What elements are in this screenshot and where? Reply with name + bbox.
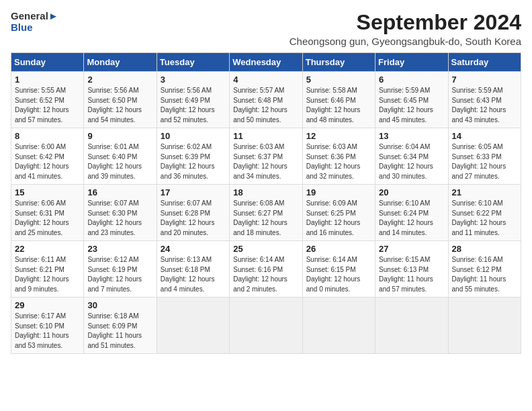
weekday-header-sunday: Sunday (11, 53, 84, 72)
day-number: 12 (306, 131, 371, 141)
calendar-day-8: 8Sunrise: 6:00 AM Sunset: 6:42 PM Daylig… (11, 128, 84, 185)
day-number: 14 (452, 131, 517, 141)
calendar-day-27: 27Sunrise: 6:15 AM Sunset: 6:13 PM Dayli… (375, 241, 448, 298)
day-info: Sunrise: 6:07 AM Sunset: 6:28 PM Dayligh… (161, 199, 226, 238)
day-number: 9 (87, 131, 152, 141)
calendar-day-2: 2Sunrise: 5:56 AM Sunset: 6:50 PM Daylig… (84, 72, 157, 128)
month-title: September 2024 (290, 11, 521, 34)
calendar-day-3: 3Sunrise: 5:56 AM Sunset: 6:49 PM Daylig… (157, 72, 229, 128)
day-info: Sunrise: 6:08 AM Sunset: 6:27 PM Dayligh… (233, 199, 298, 238)
calendar-day-9: 9Sunrise: 6:01 AM Sunset: 6:40 PM Daylig… (84, 128, 157, 185)
day-number: 13 (379, 131, 444, 141)
calendar-day-25: 25Sunrise: 6:14 AM Sunset: 6:16 PM Dayli… (230, 241, 302, 298)
day-number: 17 (161, 187, 226, 197)
day-number: 6 (379, 75, 444, 85)
day-number: 2 (87, 75, 152, 85)
calendar-day-14: 14Sunrise: 6:05 AM Sunset: 6:33 PM Dayli… (448, 128, 521, 185)
day-info: Sunrise: 5:56 AM Sunset: 6:49 PM Dayligh… (161, 86, 226, 125)
calendar-day-26: 26Sunrise: 6:14 AM Sunset: 6:15 PM Dayli… (302, 241, 375, 298)
weekday-header-monday: Monday (84, 53, 157, 72)
day-number: 1 (15, 75, 80, 85)
day-number: 23 (87, 244, 152, 254)
calendar-day-11: 11Sunrise: 6:03 AM Sunset: 6:37 PM Dayli… (230, 128, 302, 185)
logo: General► Blue (11, 11, 58, 33)
calendar-day-21: 21Sunrise: 6:10 AM Sunset: 6:22 PM Dayli… (448, 185, 521, 241)
day-number: 11 (233, 131, 298, 141)
weekday-header-tuesday: Tuesday (157, 53, 229, 72)
empty-cell (230, 298, 302, 354)
empty-cell (375, 298, 448, 354)
day-info: Sunrise: 6:05 AM Sunset: 6:33 PM Dayligh… (452, 142, 517, 181)
calendar-day-18: 18Sunrise: 6:08 AM Sunset: 6:27 PM Dayli… (230, 185, 302, 241)
day-info: Sunrise: 6:03 AM Sunset: 6:36 PM Dayligh… (306, 142, 371, 181)
day-number: 5 (306, 75, 371, 85)
calendar-day-22: 22Sunrise: 6:11 AM Sunset: 6:21 PM Dayli… (11, 241, 84, 298)
calendar-day-19: 19Sunrise: 6:09 AM Sunset: 6:25 PM Dayli… (302, 185, 375, 241)
calendar-day-13: 13Sunrise: 6:04 AM Sunset: 6:34 PM Dayli… (375, 128, 448, 185)
day-number: 20 (379, 187, 444, 197)
calendar-day-17: 17Sunrise: 6:07 AM Sunset: 6:28 PM Dayli… (157, 185, 229, 241)
location-title: Cheongsong gun, Gyeongsangbuk-do, South … (290, 36, 521, 47)
weekday-header-thursday: Thursday (302, 53, 375, 72)
day-number: 26 (306, 244, 371, 254)
day-info: Sunrise: 6:01 AM Sunset: 6:40 PM Dayligh… (87, 142, 152, 181)
day-info: Sunrise: 6:06 AM Sunset: 6:31 PM Dayligh… (15, 199, 80, 238)
calendar-day-24: 24Sunrise: 6:13 AM Sunset: 6:18 PM Dayli… (157, 241, 229, 298)
day-info: Sunrise: 6:17 AM Sunset: 6:10 PM Dayligh… (15, 312, 80, 351)
empty-cell (448, 298, 521, 354)
day-number: 29 (15, 300, 80, 310)
calendar-day-16: 16Sunrise: 6:07 AM Sunset: 6:30 PM Dayli… (84, 185, 157, 241)
day-number: 8 (15, 131, 80, 141)
day-number: 7 (452, 75, 517, 85)
day-info: Sunrise: 6:09 AM Sunset: 6:25 PM Dayligh… (306, 199, 371, 238)
day-number: 15 (15, 187, 80, 197)
day-info: Sunrise: 6:10 AM Sunset: 6:22 PM Dayligh… (452, 199, 517, 238)
day-info: Sunrise: 5:59 AM Sunset: 6:45 PM Dayligh… (379, 86, 444, 125)
day-info: Sunrise: 5:57 AM Sunset: 6:48 PM Dayligh… (233, 86, 298, 125)
calendar-week-5: 29Sunrise: 6:17 AM Sunset: 6:10 PM Dayli… (11, 298, 521, 354)
calendar-week-1: 1Sunrise: 5:55 AM Sunset: 6:52 PM Daylig… (11, 72, 521, 128)
day-info: Sunrise: 6:00 AM Sunset: 6:42 PM Dayligh… (15, 142, 80, 181)
empty-cell (157, 298, 229, 354)
weekday-header-wednesday: Wednesday (230, 53, 302, 72)
day-info: Sunrise: 6:10 AM Sunset: 6:24 PM Dayligh… (379, 199, 444, 238)
day-number: 24 (161, 244, 226, 254)
day-info: Sunrise: 6:14 AM Sunset: 6:16 PM Dayligh… (233, 255, 298, 294)
calendar-day-7: 7Sunrise: 5:59 AM Sunset: 6:43 PM Daylig… (448, 72, 521, 128)
calendar-day-28: 28Sunrise: 6:16 AM Sunset: 6:12 PM Dayli… (448, 241, 521, 298)
calendar-day-10: 10Sunrise: 6:02 AM Sunset: 6:39 PM Dayli… (157, 128, 229, 185)
calendar-day-29: 29Sunrise: 6:17 AM Sunset: 6:10 PM Dayli… (11, 298, 84, 354)
calendar-day-1: 1Sunrise: 5:55 AM Sunset: 6:52 PM Daylig… (11, 72, 84, 128)
day-number: 22 (15, 244, 80, 254)
calendar-day-6: 6Sunrise: 5:59 AM Sunset: 6:45 PM Daylig… (375, 72, 448, 128)
day-info: Sunrise: 6:07 AM Sunset: 6:30 PM Dayligh… (87, 199, 152, 238)
day-number: 30 (87, 300, 152, 310)
empty-cell (302, 298, 375, 354)
day-info: Sunrise: 5:58 AM Sunset: 6:46 PM Dayligh… (306, 86, 371, 125)
calendar-day-5: 5Sunrise: 5:58 AM Sunset: 6:46 PM Daylig… (302, 72, 375, 128)
day-info: Sunrise: 6:16 AM Sunset: 6:12 PM Dayligh… (452, 255, 517, 294)
calendar-table: SundayMondayTuesdayWednesdayThursdayFrid… (11, 52, 521, 354)
calendar-week-2: 8Sunrise: 6:00 AM Sunset: 6:42 PM Daylig… (11, 128, 521, 185)
calendar-week-3: 15Sunrise: 6:06 AM Sunset: 6:31 PM Dayli… (11, 185, 521, 241)
day-info: Sunrise: 6:04 AM Sunset: 6:34 PM Dayligh… (379, 142, 444, 181)
day-number: 16 (87, 187, 152, 197)
calendar-day-12: 12Sunrise: 6:03 AM Sunset: 6:36 PM Dayli… (302, 128, 375, 185)
day-info: Sunrise: 6:14 AM Sunset: 6:15 PM Dayligh… (306, 255, 371, 294)
calendar-day-30: 30Sunrise: 6:18 AM Sunset: 6:09 PM Dayli… (84, 298, 157, 354)
day-number: 27 (379, 244, 444, 254)
calendar-day-4: 4Sunrise: 5:57 AM Sunset: 6:48 PM Daylig… (230, 72, 302, 128)
day-info: Sunrise: 6:15 AM Sunset: 6:13 PM Dayligh… (379, 255, 444, 294)
day-number: 28 (452, 244, 517, 254)
day-info: Sunrise: 5:56 AM Sunset: 6:50 PM Dayligh… (87, 86, 152, 125)
day-number: 10 (161, 131, 226, 141)
day-info: Sunrise: 6:12 AM Sunset: 6:19 PM Dayligh… (87, 255, 152, 294)
day-number: 25 (233, 244, 298, 254)
calendar-week-4: 22Sunrise: 6:11 AM Sunset: 6:21 PM Dayli… (11, 241, 521, 298)
day-info: Sunrise: 5:59 AM Sunset: 6:43 PM Dayligh… (452, 86, 517, 125)
day-info: Sunrise: 6:11 AM Sunset: 6:21 PM Dayligh… (15, 255, 80, 294)
weekday-header-saturday: Saturday (448, 53, 521, 72)
calendar-day-15: 15Sunrise: 6:06 AM Sunset: 6:31 PM Dayli… (11, 185, 84, 241)
day-number: 21 (452, 187, 517, 197)
weekday-header-friday: Friday (375, 53, 448, 72)
